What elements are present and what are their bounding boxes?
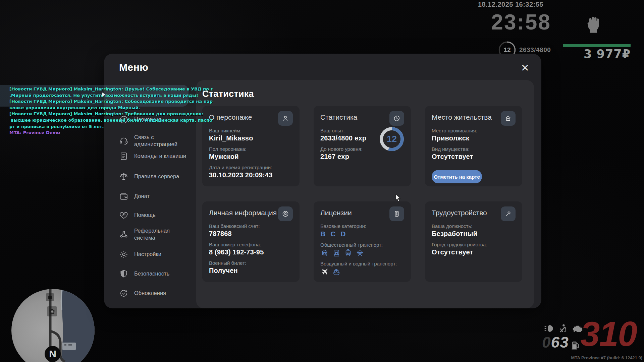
sidebar-item-commands[interactable]: Команды и клавиши [119,152,192,161]
hammer-icon [501,206,516,221]
house-icon [501,111,516,126]
headset-icon [119,136,128,145]
chat-log: [Новости ГУВД Мирного] Maksim_Harrington… [9,86,213,136]
chat-message: высшее юридическое образование, военный … [9,117,213,124]
field-label: Город трудоустройства: [432,242,516,247]
menu-content: Статистика О персонаже Ваш никнейм: Kiri… [196,80,534,308]
money-progress-bar [563,44,631,47]
license-categories: B C D [320,230,404,238]
sidebar-item-server-rules[interactable]: Правила сервера [119,172,192,181]
wallet-icon [119,192,128,201]
document-list-icon [119,152,128,161]
sidebar-item-label: Помощь [134,212,192,219]
public-transport-licenses [320,249,404,257]
stats-card-grid: О персонаже Ваш никнейм: Kiril_Mikasso П… [202,106,534,282]
air-water-licenses [320,267,404,276]
sidebar-item-label: Реферальная система [134,227,192,242]
card-licenses: Лицензии Базовые категории: B C D [314,201,411,282]
chat-message: рт и прописка в республике от 5 лет. [9,124,213,130]
refresh-check-icon [119,289,128,298]
scales-icon [119,172,128,181]
field-label: Общественный транспорт: [320,242,404,248]
sidebar-item-referral[interactable]: Реферальная система [119,227,192,242]
hud-datetime: 18.12.2025 16:32:55 [478,1,543,8]
field-value: Отсутствует [432,153,516,161]
card-personal-info: Личная информация Ваш банковский счет: 7… [202,201,300,282]
card-statistics: Статистика Ваш опыт: 2633/4800 exp До но… [314,106,411,186]
hud-clock: 23:58 [491,11,551,33]
card-title: Статистика [320,113,357,121]
fuel-value: 63 [551,334,569,351]
field-label: Ваш никнейм: [209,128,293,133]
game-screen: 18.12.2025 16:32:55 23:58 12 2633/4800 3… [0,0,644,362]
mark-on-map-button[interactable]: Отметить на карте [432,170,482,183]
card-title: О персонаже [209,113,252,121]
map-house-marker [47,306,57,316]
speedometer-value: 310 [580,316,637,352]
chat-message: [Новости ГУВД Мирного] Maksim_Harrington… [9,111,213,117]
chat-message: [Новости ГУВД Мирного] Maksim_Harrington… [9,86,213,93]
sidebar-item-security[interactable]: Безопасность [119,269,192,279]
category-letter: C [330,230,335,238]
content-heading: Статистика [202,89,534,99]
sidebar-item-updates[interactable]: Обновления [119,289,192,298]
field-label: Воздушный и водный транспорт: [320,261,404,266]
field-label: Базовые категории: [320,223,404,229]
gear-icon [119,250,128,259]
shield-icon [119,269,128,279]
server-build-label: MTA Province #7 (build: 6.12421.9) [571,355,642,360]
sidebar-item-label: Донат [134,193,192,200]
field-value: Kiril_Mikasso [209,134,293,142]
chat-caret-icon [102,93,105,97]
card-about-character: О персонаже Ваш никнейм: Kiril_Mikasso П… [202,106,300,186]
sidebar-item-label: Безопасность [134,270,192,277]
close-button[interactable]: ✕ [521,63,529,73]
sidebar-item-label: Обновления [134,290,192,297]
ship-icon [332,267,341,276]
trolleybus-icon [320,249,329,257]
chat-message: ковке управления внутренних дел города М… [9,105,213,111]
field-value: Безработный [432,230,516,238]
minimap: N [11,289,95,362]
person-icon [278,111,293,126]
fuel-pad-digit: 0 [542,334,551,351]
pie-chart-icon [389,111,404,126]
category-letter: B [320,230,325,238]
headlight-icon [543,324,555,333]
fuel-gauge: 063 [542,335,580,350]
sidebar-item-donate[interactable]: Донат [119,192,192,201]
field-value: Приволжск [432,134,516,142]
seatbelt-icon [558,324,567,333]
card-title: Лицензии [320,209,352,217]
sidebar-item-settings[interactable]: Настройки [119,250,192,259]
user-circle-icon [278,206,293,221]
field-value: Мужской [209,153,293,161]
card-title: Место жительства [432,113,492,121]
level-value: 12 [379,126,405,152]
map-square-marker [46,293,54,301]
chat-brand-line: MTA: Province Demo [9,130,213,136]
card-title: Личная информация [209,209,277,217]
field-label: Дата и время регистрации: [209,165,293,170]
network-icon [119,230,128,239]
driver-cap-icon [356,249,364,257]
license-card-icon [389,206,404,221]
field-value: 787868 [209,230,293,238]
card-residence: Место жительства Место проживания: Приво… [425,106,522,186]
minimap-north-badge: N [45,346,61,362]
field-value: Получен [209,267,293,275]
sidebar-item-label: Команды и клавиши [134,153,192,160]
field-label: Ваш банковский счет: [209,223,293,229]
hud-money: 3 977₽ [584,47,631,61]
fuel-pump-icon [571,340,580,350]
field-value: Отсутствует [432,248,516,256]
field-label: Пол персонажа: [209,146,293,152]
field-label: Ваша должность: [432,223,516,229]
vehicle-warning-icons [543,324,583,333]
chat-message: [Новости ГУВД Мирного] Maksim_Harrington… [9,99,213,105]
sidebar-item-label: Правила сервера [134,173,192,180]
menu-title: Меню [119,62,148,73]
tram-icon [344,249,353,257]
sidebar-item-help[interactable]: Помощь [119,210,192,220]
train-icon [332,249,341,257]
